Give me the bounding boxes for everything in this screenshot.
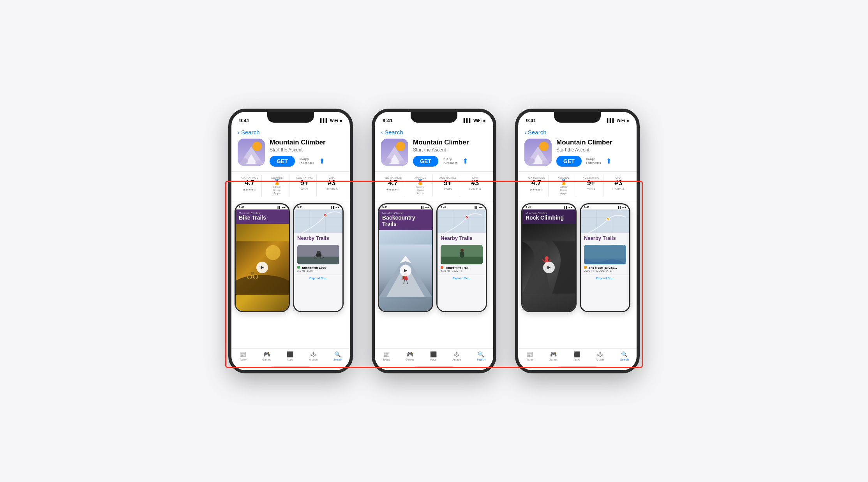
app-content-3: ‹ Search (518, 127, 637, 370)
rating-item-chart-2: CHA #3 Health & (463, 175, 487, 196)
inner-content-1b: Nearby Trails (294, 209, 342, 311)
inner-status-1a: 9:41 ▌▌ ⊛ ■ (236, 204, 289, 209)
back-link-3[interactable]: ‹ Search (524, 129, 630, 135)
status-time-3: 9:41 (526, 118, 536, 123)
apps-icon-3: ⬛ (573, 351, 580, 357)
app-info-3: Mountain Climber Start the Ascent GET In… (556, 139, 630, 167)
back-link-2[interactable]: ‹ Search (381, 129, 487, 135)
share-icon-1[interactable]: ⬆ (319, 157, 325, 165)
ratings-count-label-2: 41K RATINGS (384, 176, 402, 179)
phone-3: 9:41 ▌▌▌ WiFi ■ ‹ Search (515, 109, 640, 373)
expand-btn-1[interactable]: Expand Se... (294, 275, 342, 281)
nav-arcade-1[interactable]: 🕹 Arcade (309, 351, 318, 361)
rating-item-age-1: AGE RATING 9+ Years (293, 175, 317, 196)
editors-badge-2: 🏅 Editors'Choice (416, 179, 424, 191)
inner-icons-2a: ▌▌ ⊛ ■ (421, 206, 429, 209)
inner-phone-3b: 9:41 ▌▌ ⊛ ■ (580, 203, 630, 312)
svg-point-32 (382, 158, 392, 164)
map-area-2b (438, 209, 486, 233)
nav-apps-1[interactable]: ⬛ Apps (287, 351, 293, 361)
editors-badge-1: 🏅 Editors'Choice (273, 179, 281, 191)
back-link-1[interactable]: ‹ Search (238, 129, 344, 135)
play-button-1a[interactable]: ▶ (256, 262, 268, 273)
rating-value-3: 4.7 (531, 179, 541, 187)
app-name-1: Mountain Climber (270, 139, 344, 146)
in-app-label-1: In-AppPurchases (300, 157, 314, 165)
editors-value-2: Editors'Choice (416, 186, 424, 191)
nav-today-1[interactable]: 📰 Today (239, 351, 247, 361)
back-label-2: Search (385, 129, 403, 135)
editors-value-1: Editors'Choice (273, 186, 281, 191)
expand-btn-3[interactable]: Expand Se... (581, 275, 629, 281)
notch-3 (554, 112, 601, 123)
age-label-2: AGE RATING (439, 176, 456, 179)
age-label-3: AGE RATING (583, 176, 600, 179)
awards-label-3: AWARDS (558, 176, 570, 179)
play-button-3a[interactable]: ▶ (543, 262, 555, 273)
battery-icon: ■ (340, 118, 342, 123)
today-icon-3: 📰 (526, 351, 533, 357)
trail-meta-1: 2.1 MI · 608 FT (297, 269, 339, 272)
home-indicator-1 (231, 364, 350, 370)
ratings-count-label-1: 41K RATINGS (241, 176, 258, 179)
back-nav-1: ‹ Search (231, 127, 350, 139)
nav-arcade-3[interactable]: 🕹 Arcade (596, 351, 604, 361)
app-actions-1: GET In-AppPurchases ⬆ (270, 156, 344, 167)
trail-name-1: Enchanted Loop (297, 266, 339, 269)
arcade-icon-1: 🕹 (311, 351, 316, 357)
in-app-label-2: In-AppPurchases (443, 157, 458, 165)
svg-point-8 (236, 275, 289, 295)
inner-time-1a: 9:41 (239, 206, 244, 209)
trail-name-2: Timberline Trail (441, 266, 483, 269)
map-area-1b (294, 209, 342, 233)
play-button-2a[interactable]: ▶ (400, 265, 411, 276)
nav-games-2[interactable]: 🎮 Games (406, 351, 415, 361)
notch-2 (411, 112, 457, 123)
awards-label-1: AWARDS (271, 176, 283, 179)
status-icons-3: ▌▌▌ WiFi ■ (607, 118, 629, 123)
inner-phone-3a: 9:41 ▌▌ ⊛ ■ Mountain Climber Rock Climbi… (521, 203, 577, 312)
get-button-3[interactable]: GET (556, 156, 582, 167)
inner-status-3b: 9:41 ▌▌ ⊛ ■ (581, 204, 629, 209)
app-icon-1 (238, 139, 265, 166)
nav-search-1[interactable]: 🔍 Search (333, 351, 342, 361)
nav-apps-2[interactable]: ⬛ Apps (430, 351, 437, 361)
map-area-3b (581, 209, 629, 233)
nav-today-2[interactable]: 📰 Today (383, 351, 390, 361)
map-svg-1b (294, 209, 342, 233)
app-tagline-2: Start the Ascent (413, 147, 487, 153)
home-indicator-2 (375, 364, 493, 370)
trail-title-2a: Backcountry Trails (382, 215, 429, 227)
share-icon-2[interactable]: ⬆ (462, 157, 468, 165)
mountain-climber-icon-2 (381, 139, 408, 166)
status-time-2: 9:41 (383, 118, 393, 123)
rating-item-awards-2: AWARDS 🏅 Editors'Choice Apps (408, 175, 432, 196)
mountain-climber-icon (238, 139, 265, 166)
nav-search-3[interactable]: 🔍 Search (620, 351, 629, 361)
rating-item-ratings-3: 41K RATINGS 4.7 ★★★★☆ (524, 175, 549, 196)
awards-sub-2: Apps (417, 192, 424, 195)
get-button-2[interactable]: GET (413, 156, 438, 167)
battery-icon-3: ■ (626, 118, 629, 123)
rating-value-2: 4.7 (388, 179, 398, 187)
editors-badge-3: 🏅 Editors'Choice (560, 179, 568, 191)
inner-status-1b: 9:41 ▌▌ ⊛ ■ (294, 204, 342, 209)
nav-arcade-2[interactable]: 🕹 Arcade (452, 351, 461, 361)
nav-games-3[interactable]: 🎮 Games (549, 351, 558, 361)
get-button-1[interactable]: GET (270, 156, 295, 167)
nav-apps-3[interactable]: ⬛ Apps (573, 351, 580, 361)
signal-icon: ▌▌▌ (320, 118, 328, 123)
nav-search-2[interactable]: 🔍 Search (477, 351, 485, 361)
nav-today-3[interactable]: 📰 Today (526, 351, 533, 361)
trail-meta-2: 41.5 MI · 7320 FT (441, 269, 483, 272)
home-bar-2 (415, 366, 453, 368)
awards-label-2: AWARDS (415, 176, 426, 179)
video-thumb-3a: ▶ (522, 224, 575, 311)
inner-status-2b: 9:41 ▌▌ ⊛ ■ (438, 204, 486, 209)
games-icon-2: 🎮 (407, 351, 413, 357)
share-icon-3[interactable]: ⬆ (606, 157, 612, 165)
home-bar-3 (558, 366, 597, 368)
expand-btn-2[interactable]: Expand Se... (438, 275, 486, 281)
video-bg-2a: ▶ (379, 230, 432, 311)
nav-games-1[interactable]: 🎮 Games (262, 351, 271, 361)
